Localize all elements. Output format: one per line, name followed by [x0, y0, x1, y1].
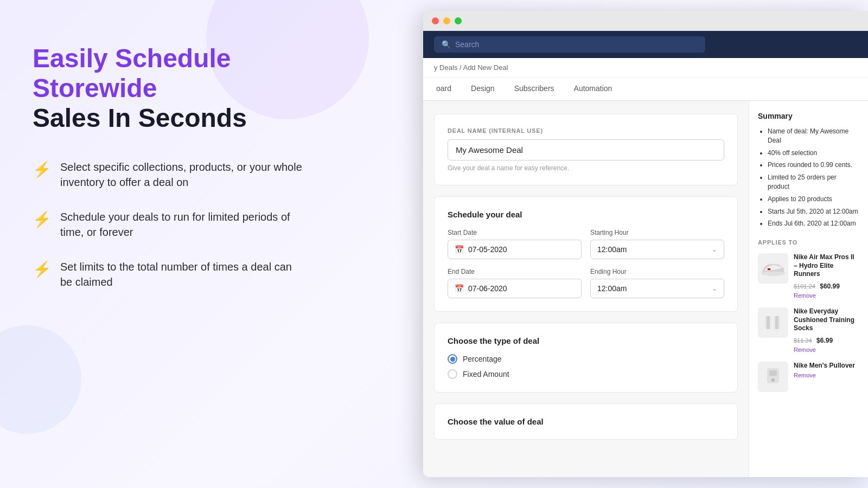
ending-hour-value: 12:00am: [597, 284, 627, 293]
starting-hour-select[interactable]: 12:00am ⌄: [590, 240, 724, 259]
traffic-light-yellow[interactable]: [443, 17, 450, 24]
tab-design[interactable]: Design: [469, 78, 497, 100]
starting-hour-field: Starting Hour 12:00am ⌄: [590, 229, 724, 259]
svg-point-7: [771, 378, 775, 382]
chevron-down-icon-end: ⌄: [712, 285, 717, 292]
schedule-card: Schedule your deal Start Date 📅 07-05-20…: [434, 196, 738, 312]
ending-hour-select[interactable]: 12:00am ⌄: [590, 279, 724, 298]
summary-list: Name of deal: My Awesome Deal 40% off se…: [758, 127, 859, 228]
feature-text-1: Select specific collections, products, o…: [60, 159, 304, 190]
product-item-0: Nike Air Max Pros II – Hydro Elite Runne…: [758, 253, 859, 299]
feature-item-1: ⚡ Select specific collections, products,…: [33, 159, 304, 190]
deal-name-label: DEAL NAME (INTERNAL USE): [448, 127, 724, 134]
chevron-down-icon-start: ⌄: [712, 246, 717, 253]
ending-hour-field: Ending Hour 12:00am ⌄: [590, 268, 724, 298]
product-img-2: [758, 362, 788, 392]
product-name-2: Nike Men's Pullover: [794, 362, 859, 370]
bolt-icon-2: ⚡: [33, 210, 52, 228]
tab-board[interactable]: oard: [434, 78, 454, 100]
product-price-1: $11.24 $6.99: [794, 335, 859, 345]
radio-fixed-amount[interactable]: Fixed Amount: [448, 369, 724, 379]
deal-name-hint: Give your deal a name for easy reference…: [448, 164, 724, 172]
traffic-light-green[interactable]: [455, 17, 462, 24]
left-panel: Easily Schedule Storewide Sales In Secon…: [0, 0, 336, 488]
svg-rect-2: [767, 316, 770, 329]
summary-item-2: Prices rounded to 0.99 cents.: [768, 160, 859, 170]
nav-tabs: oard Design Subscribers Automation: [423, 78, 868, 101]
choose-value-title: Choose the value of deal: [448, 417, 724, 426]
search-icon: 🔍: [442, 40, 451, 49]
summary-item-5: Starts Jul 5th, 2020 at 12:00am: [768, 207, 859, 216]
product-img-0: [758, 253, 788, 284]
summary-sidebar: Summary Name of deal: My Awesome Deal 40…: [749, 101, 868, 477]
end-date-value: 07-06-2020: [468, 284, 507, 293]
summary-item-6: Ends Jul 6th, 2020 at 12:00am: [768, 219, 859, 228]
radio-dot-percentage: [450, 357, 455, 362]
deal-name-input[interactable]: [448, 139, 724, 160]
feature-list: ⚡ Select specific collections, products,…: [33, 159, 304, 290]
product-name-0: Nike Air Max Pros II – Hydro Elite Runne…: [794, 253, 859, 279]
tab-automation[interactable]: Automation: [572, 78, 615, 100]
product-remove-1[interactable]: Remove: [794, 346, 859, 353]
start-date-label: Start Date: [448, 229, 582, 236]
svg-rect-6: [769, 370, 777, 376]
end-date-field: End Date 📅 07-06-2020: [448, 268, 582, 298]
deal-name-card: DEAL NAME (INTERNAL USE) Give your deal …: [434, 114, 738, 185]
tab-subscribers[interactable]: Subscribers: [512, 78, 557, 100]
end-date-input[interactable]: 📅 07-06-2020: [448, 279, 582, 298]
start-date-input[interactable]: 📅 07-05-2020: [448, 240, 582, 259]
product-price-new-1: $6.99: [816, 337, 833, 344]
product-info-1: Nike Everyday Cushioned Training Socks $…: [794, 307, 859, 353]
feature-text-2: Schedule your deals to run for limited p…: [60, 209, 304, 240]
radio-percentage[interactable]: Percentage: [448, 354, 724, 364]
deal-type-title: Choose the type of deal: [448, 336, 724, 345]
choose-value-card: Choose the value of deal: [434, 403, 738, 440]
start-date-value: 07-05-2020: [468, 245, 507, 254]
app-bar: 🔍 Search: [423, 31, 868, 58]
product-img-1: [758, 307, 788, 338]
product-remove-0[interactable]: Remove: [794, 292, 859, 299]
date-grid: Start Date 📅 07-05-2020 Starting Hour 12…: [448, 229, 724, 298]
summary-item-0: Name of deal: My Awesome Deal: [768, 127, 859, 145]
summary-item-4: Applies to 20 products: [768, 195, 859, 204]
product-info-2: Nike Men's Pullover Remove: [794, 362, 859, 392]
radio-label-percentage: Percentage: [463, 355, 502, 363]
end-date-label: End Date: [448, 268, 582, 275]
feature-item-2: ⚡ Schedule your deals to run for limited…: [33, 209, 304, 240]
breadcrumb: y Deals / Add New Deal: [423, 58, 868, 78]
summary-item-1: 40% off selection: [768, 149, 859, 158]
search-bar[interactable]: 🔍 Search: [434, 36, 705, 53]
search-placeholder: Search: [455, 40, 479, 49]
feature-item-3: ⚡ Set limits to the total number of time…: [33, 259, 304, 290]
browser-chrome: [423, 11, 868, 31]
feature-text-3: Set limits to the total number of times …: [60, 259, 304, 290]
product-price-new-0: $60.99: [820, 282, 840, 290]
summary-title: Summary: [758, 112, 859, 120]
main-content: DEAL NAME (INTERNAL USE) Give your deal …: [423, 101, 868, 477]
radio-group: Percentage Fixed Amount: [448, 354, 724, 379]
summary-item-3: Limited to 25 orders per product: [768, 173, 859, 191]
schedule-title: Schedule your deal: [448, 210, 724, 219]
radio-label-fixed: Fixed Amount: [463, 370, 509, 378]
bolt-icon-1: ⚡: [33, 160, 52, 178]
right-panel: 🔍 Search y Deals / Add New Deal oard Des…: [336, 0, 868, 488]
product-price-old-1: $11.24: [794, 337, 812, 344]
product-name-1: Nike Everyday Cushioned Training Socks: [794, 307, 859, 333]
hero-title-purple: Easily Schedule Storewide: [33, 44, 231, 102]
product-remove-2[interactable]: Remove: [794, 372, 859, 378]
product-price-old-0: $101.24: [794, 283, 815, 290]
starting-hour-label: Starting Hour: [590, 229, 724, 236]
traffic-light-red[interactable]: [432, 17, 439, 24]
hero-title-dark: Sales In Seconds: [33, 104, 247, 132]
calendar-icon-start: 📅: [455, 245, 464, 254]
browser-window: 🔍 Search y Deals / Add New Deal oard Des…: [423, 11, 868, 477]
deal-type-card: Choose the type of deal Percentage Fixed…: [434, 323, 738, 393]
calendar-icon-end: 📅: [455, 284, 464, 293]
ending-hour-label: Ending Hour: [590, 268, 724, 275]
radio-circle-fixed: [448, 369, 457, 379]
starting-hour-value: 12:00am: [597, 245, 627, 254]
product-price-0: $101.24 $60.99: [794, 281, 859, 291]
radio-circle-percentage: [448, 354, 457, 364]
bolt-icon-3: ⚡: [33, 260, 52, 278]
start-date-field: Start Date 📅 07-05-2020: [448, 229, 582, 259]
